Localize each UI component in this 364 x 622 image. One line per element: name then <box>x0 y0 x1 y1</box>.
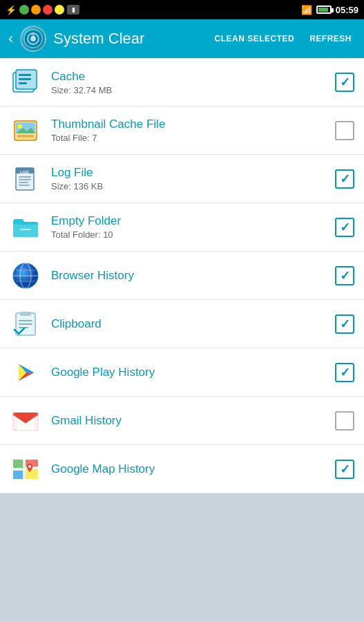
browser-history-text: Browser History <box>51 269 325 283</box>
checkmark-icon: ✓ <box>340 366 350 379</box>
svg-rect-34 <box>13 413 17 431</box>
empty-area <box>0 493 364 622</box>
browser-history-icon <box>10 260 41 292</box>
svg-rect-28 <box>19 320 32 321</box>
refresh-button[interactable]: REFRESH <box>305 31 356 46</box>
svg-rect-27 <box>20 312 31 316</box>
browser-history-title: Browser History <box>51 269 325 283</box>
svg-rect-19 <box>20 229 31 230</box>
checkmark-icon: ✓ <box>340 318 350 330</box>
thumbnail-cache-text: Thumbnail Cache FileTotal File: 7 <box>51 117 325 143</box>
svg-rect-6 <box>19 78 31 80</box>
google-map-history-icon <box>10 453 41 485</box>
cache-checkbox[interactable]: ✓ <box>335 73 354 92</box>
dot-red-icon <box>43 5 52 15</box>
app-title: System Clear <box>53 30 203 48</box>
clipboard-icon <box>10 308 41 340</box>
list-item-cache: CacheSize: 32.74 MB✓ <box>0 58 364 106</box>
svg-rect-35 <box>34 413 38 431</box>
list-container: CacheSize: 32.74 MB✓ Thumbnail Cache Fil… <box>0 58 364 493</box>
list-item-google-map-history: Google Map History✓ <box>0 445 364 493</box>
checkmark-icon: ✓ <box>340 173 350 185</box>
svg-marker-37 <box>13 460 23 468</box>
svg-rect-5 <box>19 74 31 76</box>
dot-green-icon <box>19 5 29 15</box>
browser-history-checkbox[interactable]: ✓ <box>335 266 354 285</box>
log-file-checkbox[interactable]: ✓ <box>335 169 354 189</box>
empty-folder-subtitle: Total Folder: 10 <box>51 229 325 240</box>
checkmark-icon: ✓ <box>340 463 350 475</box>
gmail-history-icon <box>10 405 41 437</box>
app-logo <box>20 26 46 52</box>
google-play-history-text: Google Play History <box>51 366 325 379</box>
svg-marker-40 <box>26 469 38 479</box>
back-button[interactable]: ‹ <box>8 30 13 48</box>
google-map-history-checkbox[interactable]: ✓ <box>335 460 354 479</box>
status-bar-right: 📶 05:59 <box>301 5 358 15</box>
storage-icon: ▮ <box>67 5 79 15</box>
clipboard-title: Clipboard <box>51 317 325 331</box>
usb-icon: ⚡ <box>6 5 17 15</box>
battery-icon <box>316 6 332 14</box>
empty-folder-text: Empty FolderTotal Folder: 10 <box>51 214 325 240</box>
dot-orange-icon <box>31 5 41 15</box>
google-map-history-text: Google Map History <box>51 462 325 476</box>
svg-point-42 <box>28 465 31 468</box>
cache-title: Cache <box>51 70 325 84</box>
list-item-thumbnail-cache: Thumbnail Cache FileTotal File: 7 <box>0 106 364 155</box>
log-file-subtitle: Size: 136 KB <box>51 181 325 191</box>
gmail-history-checkbox[interactable] <box>335 411 354 431</box>
checkmark-icon: ✓ <box>340 270 350 282</box>
svg-rect-15 <box>19 176 31 178</box>
list-item-empty-folder: Empty FolderTotal Folder: 10✓ <box>0 203 364 252</box>
status-bar-left: ⚡ ▮ <box>6 5 79 15</box>
log-file-icon: LOG <box>10 163 41 195</box>
notification-icons <box>19 5 64 15</box>
thumbnail-cache-icon <box>10 115 41 147</box>
empty-folder-title: Empty Folder <box>51 214 325 228</box>
google-play-history-title: Google Play History <box>51 366 325 379</box>
svg-marker-39 <box>13 471 23 479</box>
svg-rect-29 <box>19 323 32 325</box>
log-file-text: Log FileSize: 136 KB <box>51 166 325 191</box>
clean-selected-button[interactable]: CLEAN SELECTED <box>210 31 298 46</box>
svg-rect-16 <box>19 179 31 180</box>
status-time: 05:59 <box>336 5 358 15</box>
svg-rect-7 <box>19 82 27 84</box>
google-map-history-title: Google Map History <box>51 462 325 476</box>
svg-point-10 <box>18 124 22 129</box>
thumbnail-cache-title: Thumbnail Cache File <box>51 117 325 131</box>
svg-text:LOG: LOG <box>20 170 29 174</box>
svg-rect-18 <box>19 185 30 186</box>
status-bar: ⚡ ▮ 📶 05:59 <box>0 0 364 19</box>
empty-folder-icon <box>10 211 41 243</box>
clipboard-checkbox[interactable]: ✓ <box>335 314 354 334</box>
checkmark-icon: ✓ <box>340 76 350 88</box>
gmail-history-title: Gmail History <box>51 414 325 428</box>
gmail-history-text: Gmail History <box>51 414 325 428</box>
checkmark-icon: ✓ <box>340 221 350 234</box>
google-play-history-icon <box>10 357 41 388</box>
list-item-google-play-history: Google Play History✓ <box>0 348 364 397</box>
dot-yellow-icon <box>55 5 64 15</box>
list-item-gmail-history: Gmail History <box>0 397 364 445</box>
clipboard-text: Clipboard <box>51 317 325 331</box>
wifi-icon: 📶 <box>301 5 312 15</box>
google-play-history-checkbox[interactable]: ✓ <box>335 363 354 382</box>
svg-rect-17 <box>19 182 28 183</box>
cache-subtitle: Size: 32.74 MB <box>51 85 325 95</box>
list-item-clipboard: Clipboard✓ <box>0 300 364 348</box>
thumbnail-cache-subtitle: Total File: 7 <box>51 133 325 143</box>
log-file-title: Log File <box>51 166 325 180</box>
cache-text: CacheSize: 32.74 MB <box>51 70 325 95</box>
list-item-browser-history: Browser History✓ <box>0 252 364 300</box>
empty-folder-checkbox[interactable]: ✓ <box>335 218 354 237</box>
thumbnail-cache-checkbox[interactable] <box>335 121 354 140</box>
logo-svg <box>23 28 44 49</box>
cache-icon <box>10 66 41 98</box>
svg-rect-11 <box>17 135 34 138</box>
list-item-log-file: LOG Log FileSize: 136 KB✓ <box>0 155 364 203</box>
app-header: ‹ System Clear CLEAN SELECTED REFRESH <box>0 19 364 58</box>
